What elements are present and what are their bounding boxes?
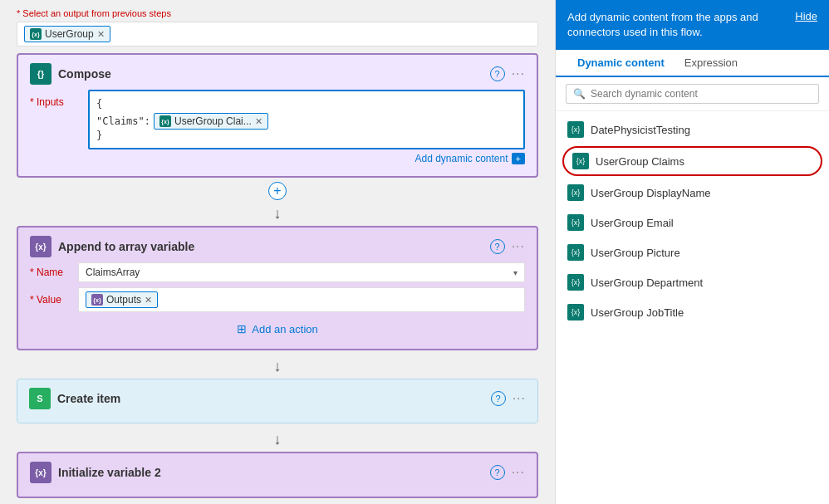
item-icon: {x} [567,184,584,201]
claims-tag-label: UserGroup Clai... [174,115,252,127]
item-label: UserGroup JobTitle [591,306,684,319]
compose-icon: {} [30,63,52,85]
init-var2-header-left: {x} Initialize variable 2 [30,462,161,483]
value-field-row: * Value {x} Outputs ✕ [30,287,525,312]
inputs-line3: } [96,130,517,141]
item-label: UserGroup Department [591,276,703,289]
select-output-block: * Select an output from previous steps {… [17,8,538,46]
inputs-area[interactable]: { "Claims": {x} UserGroup Clai... ✕ } [88,90,525,149]
add-dynamic-link[interactable]: Add dynamic content + [88,153,525,164]
create-item-icon: S [29,388,51,409]
panel-item[interactable]: {x} UserGroup Picture [556,237,829,267]
hide-btn[interactable]: Hide [795,10,817,22]
panel-item[interactable]: {x} UserGroup Department [556,267,829,297]
item-label: DatePhysicistTesting [591,124,690,136]
append-help-btn[interactable]: ? [490,239,505,254]
append-actions: ? ··· [490,239,525,254]
search-input-wrap[interactable]: 🔍 [566,84,819,104]
panel-list: {x} DatePhysicistTesting {x} UserGroup C… [556,111,829,504]
init-var2-menu-btn[interactable]: ··· [512,465,525,480]
panel-item[interactable]: {x} UserGroup DisplayName [556,178,829,208]
tag-label: UserGroup [45,28,94,40]
plus-connector: + [17,181,538,201]
panel-header-text: Add dynamic content from the apps and co… [567,10,795,40]
init-var2-block: {x} Initialize variable 2 ? ··· [17,452,538,498]
add-action-icon: ⊞ [237,322,247,335]
create-item-title: Create item [57,392,120,405]
usergroup-tag[interactable]: {x} UserGroup ✕ [24,26,110,42]
item-label: UserGroup DisplayName [591,187,711,199]
compose-help-btn[interactable]: ? [490,66,505,81]
plus-btn[interactable]: + [268,182,287,200]
panel-item-highlighted[interactable]: {x} UserGroup Claims [562,146,822,176]
item-label: UserGroup Email [591,217,674,229]
append-header: {x} Append to array variable ? ··· [30,236,525,257]
create-item-actions: ? ··· [491,391,526,406]
arrow-down-3: ↓ [17,427,538,452]
select-output-label: * Select an output from previous steps [17,8,538,18]
name-input[interactable]: ClaimsArray ▾ [78,262,525,282]
search-input[interactable] [591,88,812,100]
outputs-tag-label: Outputs [106,294,141,306]
item-icon: {x} [567,304,584,321]
inputs-label: * Inputs [30,90,80,108]
init-var2-header: {x} Initialize variable 2 ? ··· [30,462,525,483]
inputs-key: "Claims": [96,115,150,127]
item-icon: {x} [572,153,589,169]
create-item-help-btn[interactable]: ? [491,391,506,406]
create-item-header: S Create item ? ··· [29,388,526,409]
append-block: {x} Append to array variable ? ··· * Nam… [17,226,538,350]
claims-tag-close[interactable]: ✕ [255,116,262,127]
tab-expression[interactable]: Expression [674,50,748,76]
create-item-header-left: S Create item [29,388,120,409]
search-box: 🔍 [556,77,829,111]
item-label: UserGroup Picture [591,247,680,259]
init-var2-title: Initialize variable 2 [58,466,161,479]
compose-block: {} Compose ? ··· * Inputs { "Claims": {x… [17,53,538,178]
append-title: Append to array variable [58,240,194,253]
compose-actions: ? ··· [490,66,525,81]
create-item-block: S Create item ? ··· [17,379,538,423]
panel-item[interactable]: {x} UserGroup JobTitle [556,297,829,327]
outputs-tag[interactable]: {x} Outputs ✕ [86,291,158,308]
append-menu-btn[interactable]: ··· [512,239,525,254]
add-action-btn[interactable]: ⊞ Add an action [30,317,525,340]
compose-menu-btn[interactable]: ··· [512,66,525,81]
create-item-menu-btn[interactable]: ··· [513,391,526,406]
panel-item[interactable]: {x} UserGroup Email [556,208,829,237]
flow-canvas: * Select an output from previous steps {… [0,0,555,504]
init-var2-help-btn[interactable]: ? [490,465,505,480]
outputs-tag-icon: {x} [91,294,103,306]
item-icon: {x} [567,121,584,138]
tag-icon: {x} [30,28,42,40]
claims-tag[interactable]: {x} UserGroup Clai... ✕ [154,113,268,130]
select-output-input[interactable]: {x} UserGroup ✕ [17,22,538,46]
inputs-row: "Claims": {x} UserGroup Clai... ✕ [96,113,517,130]
item-icon: {x} [567,274,584,291]
name-field-row: * Name ClaimsArray ▾ [30,262,525,282]
inputs-line1: { [96,98,517,110]
add-dynamic-btn[interactable]: + [512,153,525,164]
append-header-left: {x} Append to array variable [30,236,194,257]
value-label: * Value [30,294,71,306]
item-icon: {x} [567,214,584,231]
name-label: * Name [30,267,71,278]
dynamic-content-panel: Add dynamic content from the apps and co… [555,0,829,504]
arrow-down-1: ↓ [17,201,538,226]
item-icon: {x} [567,244,584,261]
compose-title: Compose [58,67,111,81]
init-var2-actions: ? ··· [490,465,525,480]
panel-header: Add dynamic content from the apps and co… [556,0,829,50]
value-input[interactable]: {x} Outputs ✕ [78,287,525,312]
item-label: UserGroup Claims [596,155,684,168]
name-dropdown-arrow: ▾ [513,268,518,277]
tab-dynamic-content[interactable]: Dynamic content [567,50,674,77]
compose-header-left: {} Compose [30,63,111,85]
outputs-tag-close[interactable]: ✕ [145,295,152,306]
search-icon: 🔍 [573,88,586,100]
arrow-down-2: ↓ [17,354,538,379]
panel-tabs: Dynamic content Expression [556,50,829,77]
panel-item[interactable]: {x} DatePhysicistTesting [556,115,829,144]
compose-header: {} Compose ? ··· [30,63,525,85]
tag-close-btn[interactable]: ✕ [97,29,105,40]
